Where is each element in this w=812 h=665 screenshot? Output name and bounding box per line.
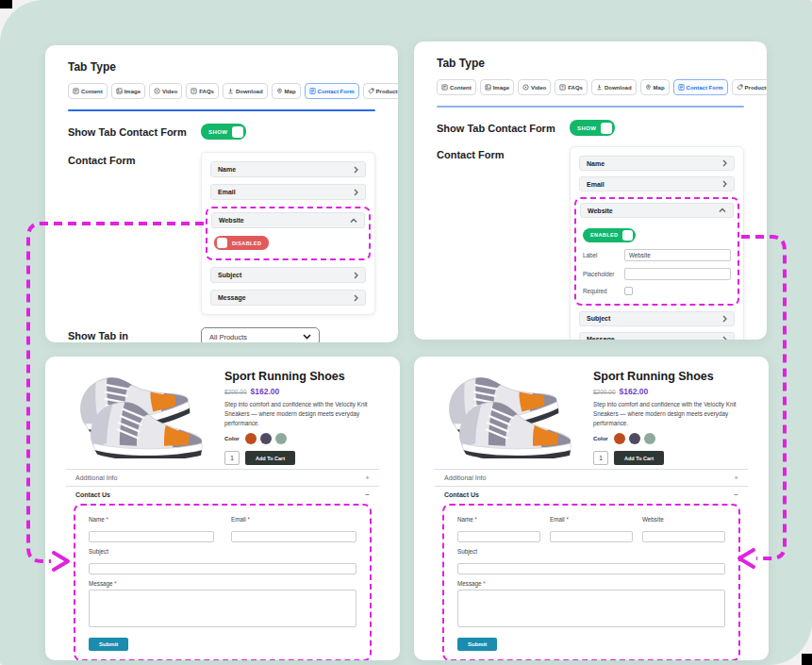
- accordion-item-name[interactable]: Name: [210, 161, 366, 177]
- tab-button-products[interactable]: Products: [732, 79, 767, 95]
- accordion-item-email[interactable]: Email: [579, 176, 735, 191]
- accordion-item-email[interactable]: Email: [210, 184, 366, 200]
- page-background: Tab Type Content Image Video ? FAQs: [0, 0, 812, 665]
- contact-website-input[interactable]: [642, 531, 725, 542]
- tab-button-video[interactable]: Video: [149, 83, 182, 99]
- tab-button-faqs[interactable]: ? FAQs: [555, 79, 588, 95]
- section-divider: [68, 109, 375, 111]
- field-required-label: Required: [583, 288, 624, 294]
- contact-name-input[interactable]: [89, 531, 214, 542]
- section-contact-us[interactable]: Contact Us −: [66, 487, 379, 503]
- show-tab-in-select[interactable]: All Products: [201, 327, 320, 342]
- chevron-right-icon: [354, 166, 358, 174]
- accordion-item-subject[interactable]: Subject: [579, 311, 735, 326]
- chevron-right-icon: [722, 180, 727, 188]
- map-icon: [276, 88, 283, 94]
- color-swatch[interactable]: [245, 433, 257, 444]
- chevron-right-icon: [354, 294, 358, 302]
- accordion-item-message[interactable]: Message: [579, 332, 735, 341]
- quantity-input[interactable]: [593, 451, 608, 465]
- tab-button-download[interactable]: Download: [223, 83, 268, 99]
- add-to-cart-button[interactable]: Add To Cart: [245, 451, 295, 465]
- field-enabled-toggle[interactable]: ENABLED: [583, 228, 636, 242]
- tab-button-content[interactable]: Content: [68, 83, 108, 99]
- accordion-item-website[interactable]: Website: [580, 203, 734, 218]
- expand-icon: +: [734, 474, 738, 482]
- product-old-price: $200.00: [224, 389, 247, 395]
- contact-name-input[interactable]: [457, 531, 540, 542]
- corner-artifact: [802, 654, 812, 665]
- website-label: Website: [642, 516, 725, 523]
- image-icon: [116, 88, 123, 94]
- products-icon: [737, 84, 743, 91]
- accordion-item-website[interactable]: Website: [211, 212, 365, 228]
- field-label-input[interactable]: [624, 249, 731, 261]
- image-icon: [485, 84, 491, 91]
- contact-message-input[interactable]: [89, 590, 356, 627]
- tab-button-contact-form[interactable]: Contact Form: [305, 83, 359, 99]
- color-swatch[interactable]: [614, 433, 625, 444]
- contact-subject-input[interactable]: [457, 563, 725, 574]
- product-price: $162.00: [620, 387, 649, 396]
- quantity-input[interactable]: [224, 451, 240, 465]
- tab-button-image[interactable]: Image: [480, 79, 514, 95]
- toggle-knob: [217, 238, 227, 248]
- email-label: Email *: [231, 516, 356, 523]
- submit-button[interactable]: Submit: [457, 638, 497, 651]
- video-icon: [154, 88, 160, 94]
- expand-icon: +: [365, 474, 370, 482]
- tab-button-map[interactable]: Map: [272, 83, 301, 99]
- contact-email-input[interactable]: [550, 531, 633, 542]
- name-label: Name *: [89, 516, 214, 523]
- chevron-right-icon: [722, 315, 727, 323]
- chevron-up-icon: [350, 218, 357, 224]
- accordion-item-subject[interactable]: Subject: [210, 267, 366, 283]
- tab-button-image[interactable]: Image: [111, 83, 145, 99]
- tab-type-selector: Content Image Video ? FAQs Download: [437, 79, 744, 95]
- tab-button-download[interactable]: Download: [591, 79, 637, 95]
- toggle-knob: [232, 126, 243, 138]
- website-field-highlight: Website ENABLED Label: [574, 197, 739, 306]
- svg-text:?: ?: [193, 89, 196, 93]
- contact-message-input[interactable]: [457, 590, 725, 627]
- corner-artifact: [0, 0, 12, 8]
- tab-button-faqs[interactable]: ? FAQs: [186, 83, 219, 99]
- section-additional-info[interactable]: Additional Info +: [66, 470, 379, 486]
- tab-button-map[interactable]: Map: [640, 79, 670, 95]
- name-label: Name *: [457, 516, 540, 523]
- contact-form-icon: [678, 84, 685, 91]
- toggle-knob: [601, 123, 612, 134]
- faqs-icon: ?: [559, 84, 566, 91]
- submit-button[interactable]: Submit: [89, 638, 128, 651]
- section-contact-us[interactable]: Contact Us −: [435, 487, 748, 503]
- field-placeholder-input[interactable]: [624, 268, 731, 280]
- tab-button-content[interactable]: Content: [437, 79, 476, 95]
- panel-title: Tab Type: [68, 60, 375, 74]
- required-checkbox[interactable]: [624, 287, 633, 295]
- add-to-cart-button[interactable]: Add To Cart: [614, 451, 664, 465]
- tab-button-video[interactable]: Video: [518, 79, 551, 95]
- show-tab-label: Show Tab Contact Form: [437, 120, 570, 134]
- color-swatch[interactable]: [644, 433, 655, 444]
- color-swatch[interactable]: [629, 433, 640, 444]
- color-swatch[interactable]: [275, 433, 287, 444]
- accordion-item-message[interactable]: Message: [210, 290, 366, 306]
- accordion-item-name[interactable]: Name: [579, 156, 735, 171]
- contact-form-fields-accordion: Name Email Website: [201, 152, 375, 315]
- color-swatch[interactable]: [260, 433, 272, 444]
- show-tab-label: Show Tab Contact Form: [68, 124, 201, 138]
- contact-subject-input[interactable]: [89, 563, 356, 574]
- tab-button-contact-form[interactable]: Contact Form: [673, 79, 728, 95]
- field-enabled-toggle[interactable]: DISABLED: [214, 236, 269, 250]
- contact-form-icon: [309, 88, 316, 94]
- show-tab-toggle[interactable]: SHOW: [201, 124, 246, 140]
- panel-title: Tab Type: [437, 57, 744, 70]
- contact-email-input[interactable]: [231, 531, 356, 542]
- faqs-icon: ?: [191, 88, 197, 94]
- download-icon: [227, 88, 234, 94]
- email-label: Email *: [550, 516, 633, 523]
- section-additional-info[interactable]: Additional Info +: [435, 470, 748, 486]
- tab-button-products[interactable]: Products: [363, 83, 398, 99]
- color-label: Color: [593, 436, 608, 441]
- show-tab-toggle[interactable]: SHOW: [570, 120, 615, 136]
